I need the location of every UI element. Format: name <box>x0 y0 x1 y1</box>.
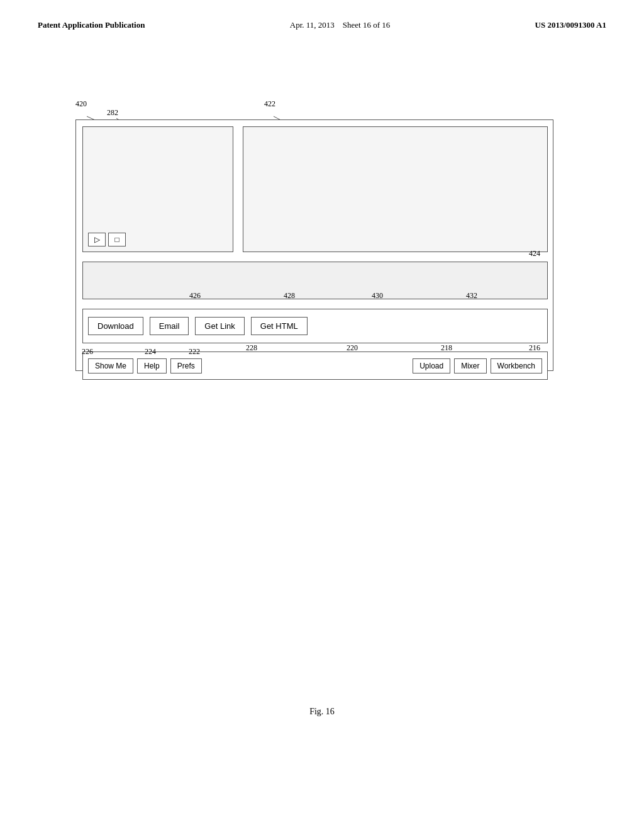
outer-box: 424 426 428 430 432 Download Email Get L… <box>75 119 553 371</box>
diagram-container: 420 282 422 424 426 428 430 432 <box>75 82 553 396</box>
upload-button[interactable]: Upload <box>413 358 450 374</box>
header-center: Apr. 11, 2013 Sheet 16 of 16 <box>290 20 391 30</box>
get-link-button[interactable]: Get Link <box>195 317 244 335</box>
label-282: 282 <box>107 108 118 118</box>
header-right: US 2013/0091300 A1 <box>535 20 606 30</box>
label-432: 432 <box>466 291 477 301</box>
show-me-button[interactable]: Show Me <box>88 358 133 374</box>
label-222: 222 <box>189 347 200 357</box>
label-426: 426 <box>189 291 201 301</box>
help-button[interactable]: Help <box>137 358 167 374</box>
patent-header: Patent Application Publication Apr. 11, … <box>0 0 644 43</box>
header-left: Patent Application Publication <box>38 20 145 30</box>
download-button[interactable]: Download <box>88 317 143 335</box>
label-428: 428 <box>284 291 295 301</box>
play-button[interactable] <box>88 233 106 246</box>
label-422: 422 <box>264 99 275 109</box>
play-icon <box>94 235 100 245</box>
email-button[interactable]: Email <box>150 317 189 335</box>
prefs-button[interactable]: Prefs <box>170 358 202 374</box>
label-424: 424 <box>529 249 540 258</box>
workbench-button[interactable]: Workbench <box>491 358 542 374</box>
stop-icon <box>114 235 119 245</box>
toolbar-left-buttons: Show Me Help Prefs <box>88 358 202 374</box>
middle-bar <box>82 262 548 299</box>
media-controls <box>88 233 126 246</box>
media-panel <box>82 126 233 252</box>
label-430: 430 <box>372 291 383 301</box>
label-224: 224 <box>145 347 156 357</box>
get-html-button[interactable]: Get HTML <box>251 317 308 335</box>
action-buttons-row: Download Email Get Link Get HTML <box>82 309 548 343</box>
toolbar-right-buttons: Upload Mixer Workbench <box>413 358 542 374</box>
stop-button[interactable] <box>108 233 126 246</box>
label-420: 420 <box>75 99 87 109</box>
right-panel <box>243 126 548 252</box>
label-226: 226 <box>82 347 93 357</box>
mixer-button[interactable]: Mixer <box>454 358 486 374</box>
figure-caption: Fig. 16 <box>0 707 644 717</box>
